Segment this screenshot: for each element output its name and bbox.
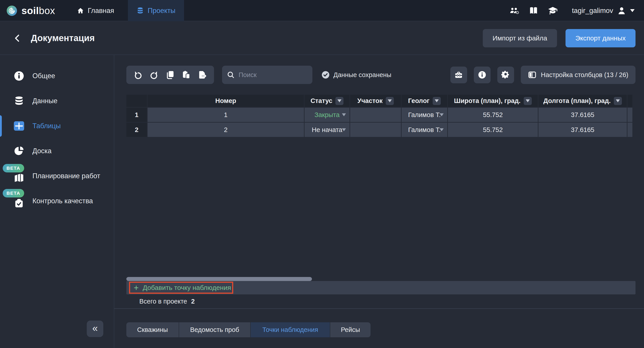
dropdown-caret-icon — [440, 114, 444, 116]
cell-status[interactable]: Не начата — [304, 123, 350, 138]
settings-button[interactable] — [497, 67, 514, 83]
brand-text: soilbox — [22, 5, 55, 16]
map-icon — [13, 173, 25, 182]
education-cap-icon[interactable] — [548, 6, 558, 15]
cell-number[interactable]: 1 — [148, 108, 304, 123]
sidebar-item-quality-control[interactable]: BETA Контроль качества — [0, 188, 114, 213]
beta-badge: BETA — [3, 189, 24, 197]
back-button[interactable] — [13, 33, 22, 43]
tab-trips[interactable]: Рейсы — [330, 322, 370, 337]
column-header-number[interactable]: Номер — [148, 95, 304, 108]
navbar-right: tagir_galimov — [500, 6, 634, 15]
horizontal-scrollbar-thumb[interactable] — [126, 277, 312, 281]
filter-icon[interactable] — [336, 97, 344, 105]
row-number-cell: 2 — [126, 123, 148, 138]
cell-partial — [628, 108, 633, 123]
toolbar-right: Настройка столбцов (13 / 26) — [450, 66, 636, 84]
column-header-rownum — [126, 95, 148, 108]
column-header-longitude[interactable]: Долгота (план), град. — [538, 95, 628, 108]
app-root: soilbox Главная Проекты — [0, 0, 644, 348]
sheet-tabs: Скважины Ведомость проб Точки наблюдения… — [126, 322, 370, 337]
toolbox-button[interactable] — [450, 67, 467, 83]
column-header-site[interactable]: Участок — [350, 95, 402, 108]
cell-geologist[interactable]: Галимов Т. — [402, 123, 448, 138]
dropdown-caret-icon — [342, 114, 346, 116]
filter-icon[interactable] — [614, 97, 622, 105]
dropdown-caret-icon — [342, 128, 346, 131]
column-header-partial — [628, 95, 633, 108]
nav-item-home[interactable]: Главная — [74, 0, 117, 21]
database-icon — [136, 7, 144, 14]
beta-badge: BETA — [3, 164, 24, 173]
sidebar-item-tables[interactable]: Таблицы — [0, 114, 114, 139]
save-status: Данные сохранены — [321, 71, 391, 79]
filter-icon[interactable] — [433, 97, 441, 105]
double-chevron-left-icon: « — [92, 323, 98, 333]
cell-partial — [628, 123, 633, 138]
redo-icon[interactable] — [150, 70, 158, 79]
cell-latitude[interactable]: 55.752 — [448, 108, 538, 123]
search-box — [222, 66, 312, 84]
sidebar-item-data[interactable]: Данные — [0, 88, 114, 114]
row-number-cell: 1 — [126, 108, 148, 123]
account-menu[interactable]: tagir_galimov — [572, 6, 634, 15]
tab-sample-register[interactable]: Ведомость проб — [179, 322, 250, 337]
page-header: Документация Импорт из файла Экспорт дан… — [0, 21, 644, 55]
configure-columns-label: Настройка столбцов (13 / 26) — [541, 71, 628, 79]
cell-number[interactable]: 2 — [148, 123, 304, 138]
columns-icon — [528, 71, 536, 79]
tab-wells[interactable]: Скважины — [126, 322, 179, 337]
user-avatar-icon — [617, 6, 626, 15]
add-observation-point-row[interactable]: + Добавить точку наблюдения — [126, 281, 636, 294]
nav-projects-label: Проекты — [148, 7, 175, 15]
brand-logo[interactable]: soilbox — [7, 5, 55, 16]
column-header-status[interactable]: Статус — [304, 95, 350, 108]
observation-points-table: Номер Статус Участок Геолог Широта (план… — [126, 95, 633, 138]
pie-chart-icon — [13, 146, 25, 156]
cell-status[interactable]: Закрыта — [304, 108, 350, 123]
sidebar-item-board[interactable]: Доска — [0, 139, 114, 164]
nav-item-projects[interactable]: Проекты — [128, 0, 184, 21]
top-navbar: soilbox Главная Проекты — [0, 0, 644, 21]
copy-icon[interactable] — [166, 70, 175, 79]
paste-icon[interactable] — [182, 70, 191, 79]
user-management-icon[interactable] — [510, 7, 519, 15]
filter-icon[interactable] — [524, 97, 532, 105]
sidebar: Общее Данные — [0, 55, 114, 348]
toolbox-icon — [454, 71, 463, 79]
info-icon — [478, 71, 486, 79]
docs-book-icon[interactable] — [529, 7, 538, 15]
chevron-down-icon — [630, 9, 634, 12]
column-header-latitude[interactable]: Широта (план), град. — [448, 95, 538, 108]
cell-latitude[interactable]: 55.752 — [448, 123, 538, 138]
edit-actions-panel — [126, 66, 214, 84]
sidebar-collapse-button[interactable]: « — [87, 321, 103, 337]
table-icon — [13, 121, 25, 131]
gear-icon — [501, 70, 510, 80]
column-header-geologist[interactable]: Геолог — [402, 95, 448, 108]
configure-columns-button[interactable]: Настройка столбцов (13 / 26) — [521, 66, 636, 84]
dropdown-caret-icon — [440, 128, 444, 131]
export-file-icon[interactable] — [198, 70, 207, 79]
tab-observation-points[interactable]: Точки наблюдения — [250, 322, 330, 337]
search-input[interactable] — [238, 71, 308, 79]
import-from-file-button[interactable]: Импорт из файла — [483, 29, 557, 47]
cell-geologist[interactable]: Галимов Т. — [402, 108, 448, 123]
filter-icon[interactable] — [386, 97, 394, 105]
username: tagir_galimov — [572, 7, 613, 15]
sidebar-item-general[interactable]: Общее — [0, 63, 114, 88]
cell-site[interactable] — [350, 108, 402, 123]
cell-longitude[interactable]: 37.6165 — [538, 123, 628, 138]
undo-icon[interactable] — [134, 70, 142, 79]
sidebar-item-work-planning[interactable]: BETA Планирование работ — [0, 164, 114, 188]
header-actions: Импорт из файла Экспорт данных — [483, 29, 636, 47]
soilbox-logo-icon — [7, 5, 17, 16]
export-data-button[interactable]: Экспорт данных — [566, 29, 636, 47]
cell-site[interactable] — [350, 123, 402, 138]
info-button[interactable] — [474, 67, 490, 83]
table-toolbar: Данные сохранены — [126, 66, 636, 84]
total-label: Всего в проекте — [139, 298, 187, 305]
total-value: 2 — [191, 298, 195, 305]
cell-longitude[interactable]: 37.6165 — [538, 108, 628, 123]
page-title: Документация — [31, 33, 95, 43]
